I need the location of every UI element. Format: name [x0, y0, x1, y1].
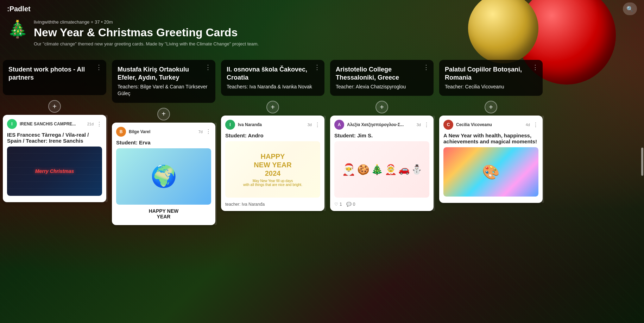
- heart-icon-jim: ♡: [334, 202, 338, 207]
- card-title-andro: Student: Andro: [225, 132, 320, 138]
- author-irene: IRENE SANCHIS CAMPRE...: [20, 122, 84, 126]
- author-alexia: Αλεξία Χατζησπύρογλου-Σ...: [347, 122, 414, 127]
- padlet-logo[interactable]: :Padlet: [7, 5, 31, 13]
- column-greece: Aristotelio College Thessaloniki, Greece…: [327, 60, 436, 323]
- classroom-image: Merry Christmas: [7, 147, 102, 196]
- scroll-indicator[interactable]: [641, 148, 643, 176]
- card-andro: I Iva Naranđa 3d ⋮ Student: Andro HAPPYN…: [221, 116, 324, 211]
- card-title-erva: Student: Erva: [116, 139, 211, 145]
- card-image-andro: HAPPYNEW YEAR2024 May New Year fill up d…: [225, 141, 320, 198]
- column-romania: Palatul Copiilor Botoșani, Romania Teach…: [436, 60, 545, 323]
- column-all-partners: Student work photos - All partners ⋮ + I…: [0, 60, 109, 323]
- xmas-image: 🎅 🍪 🎄 🤶 🚗 ⛄: [334, 141, 429, 198]
- card-menu-irene[interactable]: ⋮: [96, 121, 102, 128]
- like-button-jim[interactable]: ♡ 1: [334, 202, 342, 207]
- author-bilge: Bilge Varel: [129, 129, 196, 134]
- drag-handle-5[interactable]: [541, 116, 544, 203]
- xmas-emoji-2: 🍪: [357, 164, 370, 175]
- add-post-all[interactable]: +: [48, 100, 61, 113]
- happy-new-year-text: HAPPY NEWYEAR: [116, 207, 211, 221]
- time-bilge: 7d: [198, 130, 203, 134]
- header-text: livingwiththe climatechange + 37 • 20m N…: [34, 19, 259, 46]
- xmas-emoji-1: 🎅: [342, 163, 356, 176]
- column-header-croatia: II. osnovna škola Čakovec, Croatia Teach…: [221, 60, 324, 96]
- topbar: :Padlet 🔍: [0, 0, 644, 18]
- search-icon: 🔍: [626, 6, 633, 12]
- card-header-andro: I Iva Naranđa 3d ⋮: [225, 120, 320, 130]
- header-content: 🎄 livingwiththe climatechange + 37 • 20m…: [7, 19, 637, 46]
- card-title-cecilia: A New Year with health, happiness, achie…: [443, 132, 538, 144]
- column-menu-turkey[interactable]: ⋮: [205, 64, 211, 70]
- avatar-iva: I: [225, 120, 235, 130]
- drag-handle-3[interactable]: [323, 116, 326, 211]
- column-header-turkey: Mustafa Kiriş Ortaokulu Efeler, Aydın, T…: [112, 60, 215, 103]
- column-title-turkey: Mustafa Kiriş Ortaokulu Efeler, Aydın, T…: [118, 66, 210, 82]
- column-title-all: Student work photos - All partners: [8, 66, 101, 82]
- padlet-icon: 🎄: [7, 21, 28, 38]
- card-footer-andro: teacher: Iva Naranđa: [225, 200, 320, 207]
- time-iva: 3d: [308, 123, 312, 127]
- search-button[interactable]: 🔍: [623, 2, 637, 15]
- column-croatia: II. osnovna škola Čakovec, Croatia Teach…: [218, 60, 327, 323]
- column-menu-all[interactable]: ⋮: [96, 64, 102, 70]
- avatar-alexia: Α: [334, 120, 344, 130]
- add-post-croatia[interactable]: +: [266, 101, 279, 113]
- xmas-emoji-5: 🚗: [398, 164, 410, 175]
- add-post-romania[interactable]: +: [485, 101, 497, 113]
- card-title-jim: Student: Jim S.: [334, 132, 429, 138]
- padlet-logo-text: :Padlet: [7, 5, 31, 13]
- card-menu-erva[interactable]: ⋮: [206, 128, 211, 135]
- card-image-irene: Merry Christmas: [7, 147, 102, 196]
- column-sub-croatia: Teachers: Iva Naranđa & Ivanka Novak: [227, 83, 319, 91]
- comment-button-jim[interactable]: 💬 0: [346, 202, 355, 207]
- newyear-sub-text: May New Year fill up dayswith all things…: [243, 179, 302, 187]
- avatar-irene: I: [7, 119, 17, 129]
- header-description: Our "climate change" themed new year gre…: [34, 41, 259, 46]
- card-menu-andro[interactable]: ⋮: [315, 122, 320, 128]
- column-sub-greece: Teacher: Alexia Chatzispyroglou: [336, 83, 428, 91]
- card-menu-jim[interactable]: ⋮: [424, 122, 429, 128]
- column-menu-greece[interactable]: ⋮: [423, 64, 429, 70]
- author-iva: Iva Naranđa: [238, 122, 305, 127]
- card-erva: B Bilge Varel 7d ⋮ Student: Erva 🌍 HAPPY…: [112, 123, 215, 225]
- time-cecilia: 4d: [526, 123, 530, 127]
- card-footer-jim: ♡ 1 💬 0: [334, 200, 429, 207]
- card-image-cecilia: 🎨: [443, 147, 538, 197]
- drag-handle-2[interactable]: [214, 123, 217, 225]
- columns-area: Student work photos - All partners ⋮ + I…: [0, 60, 644, 323]
- newyear-image: HAPPYNEW YEAR2024 May New Year fill up d…: [225, 141, 320, 198]
- avatar-cecilia: C: [443, 120, 453, 130]
- column-menu-croatia[interactable]: ⋮: [314, 64, 320, 70]
- column-title-greece: Aristotelio College Thessaloniki, Greece: [336, 66, 428, 82]
- column-header-greece: Aristotelio College Thessaloniki, Greece…: [330, 60, 434, 96]
- column-menu-romania[interactable]: ⋮: [532, 64, 538, 70]
- merry-christmas-text: Merry Christmas: [35, 168, 74, 174]
- teacher-credit: teacher: Iva Naranđa: [225, 202, 265, 207]
- card-menu-cecilia[interactable]: ⋮: [533, 122, 538, 128]
- time-alexia: 3d: [417, 123, 421, 127]
- card-irene: I IRENE SANCHIS CAMPRE... 21d ⋮ IES Fran…: [3, 115, 106, 202]
- column-header-all: Student work photos - All partners ⋮: [3, 60, 106, 95]
- card-cecilia: C Cecilia Vicoveanu 4d ⋮ A New Year with…: [439, 116, 543, 203]
- comment-icon-jim: 💬: [346, 202, 352, 207]
- header-title: New Year & Christmas Greeting Cards: [34, 26, 259, 39]
- card-header-irene: I IRENE SANCHIS CAMPRE... 21d ⋮: [7, 119, 102, 129]
- column-title-croatia: II. osnovna škola Čakovec, Croatia: [227, 66, 319, 82]
- card-title-irene: IES Francesc Tàrrega / Vila-real / Spain…: [7, 132, 102, 144]
- xmas-emoji-3: 🎄: [371, 164, 383, 175]
- newyear-title-text: HAPPYNEW YEAR2024: [254, 152, 291, 178]
- card-header-erva: B Bilge Varel 7d ⋮: [116, 127, 211, 137]
- xmas-emoji-4: 🤶: [385, 164, 397, 175]
- card-image-jim: 🎅 🍪 🎄 🤶 🚗 ⛄: [334, 141, 429, 198]
- card-header-cecilia: C Cecilia Vicoveanu 4d ⋮: [443, 120, 538, 130]
- drag-handle[interactable]: [105, 115, 108, 202]
- column-turkey: Mustafa Kiriş Ortaokulu Efeler, Aydın, T…: [109, 60, 218, 323]
- card-header-jim: Α Αλεξία Χατζησπύρογλου-Σ... 3d ⋮: [334, 120, 429, 130]
- colorful-cards-image: 🎨: [443, 147, 538, 197]
- card-jim: Α Αλεξία Χατζησπύρογλου-Σ... 3d ⋮ Studen…: [330, 116, 434, 211]
- add-post-turkey[interactable]: +: [157, 108, 170, 120]
- drag-handle-4[interactable]: [432, 116, 435, 211]
- add-post-greece[interactable]: +: [375, 101, 388, 113]
- author-cecilia: Cecilia Vicoveanu: [456, 122, 523, 127]
- like-count-jim: 1: [340, 202, 342, 207]
